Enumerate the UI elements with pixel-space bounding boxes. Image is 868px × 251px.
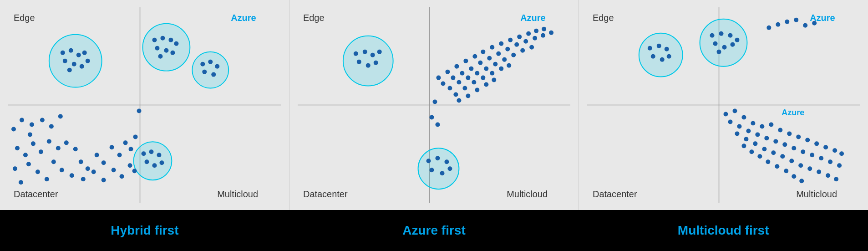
svg-point-39 — [26, 162, 31, 166]
svg-point-157 — [728, 33, 732, 38]
svg-point-211 — [766, 159, 770, 164]
svg-point-204 — [807, 166, 812, 171]
svg-point-33 — [152, 163, 157, 168]
svg-point-91 — [440, 171, 444, 175]
svg-point-115 — [496, 51, 501, 56]
svg-point-141 — [475, 88, 479, 92]
svg-point-152 — [660, 57, 665, 62]
svg-point-56 — [123, 140, 128, 145]
svg-point-35 — [15, 146, 20, 150]
svg-point-199 — [762, 147, 766, 151]
svg-point-93 — [433, 100, 437, 104]
svg-point-95 — [435, 122, 440, 127]
svg-point-66 — [132, 169, 137, 173]
svg-point-116 — [505, 47, 510, 51]
hybrid-first-diagram: Edge Azure Datacenter Multicloud — [0, 0, 289, 210]
svg-point-181 — [832, 148, 837, 153]
svg-point-25 — [215, 64, 219, 69]
svg-point-202 — [789, 159, 794, 163]
svg-point-71 — [30, 122, 34, 127]
svg-point-100 — [472, 54, 477, 59]
hybrid-first-svg: Edge Azure Datacenter Multicloud — [8, 5, 281, 205]
edge-label: Edge — [593, 13, 614, 23]
svg-point-134 — [472, 80, 476, 85]
svg-point-164 — [776, 22, 780, 27]
svg-point-142 — [484, 82, 488, 87]
svg-point-143 — [492, 78, 496, 82]
azure-label: Azure — [520, 13, 545, 23]
svg-point-156 — [719, 31, 724, 36]
svg-point-12 — [67, 68, 72, 72]
svg-point-119 — [533, 36, 537, 41]
svg-point-23 — [200, 62, 205, 67]
svg-point-11 — [86, 59, 90, 63]
svg-point-166 — [794, 18, 798, 22]
azure-first-svg: Edge Azure Datacenter Multicloud — [298, 5, 570, 205]
svg-point-188 — [773, 139, 778, 143]
svg-point-54 — [110, 145, 114, 149]
azure-first-label: Azure first — [289, 223, 579, 238]
svg-point-187 — [764, 136, 769, 140]
svg-point-129 — [511, 53, 516, 57]
svg-point-139 — [457, 98, 461, 103]
svg-point-16 — [168, 38, 173, 42]
svg-point-17 — [174, 41, 178, 46]
azure-bottom-label: Azure — [782, 108, 804, 117]
svg-point-30 — [149, 149, 153, 154]
svg-point-62 — [102, 178, 106, 182]
svg-point-147 — [639, 33, 683, 77]
svg-point-53 — [102, 160, 106, 165]
svg-point-114 — [487, 56, 492, 61]
edge-label: Edge — [14, 13, 35, 23]
svg-point-10 — [80, 64, 84, 69]
azure-first-diagram: Edge Azure Datacenter Multicloud — [289, 0, 579, 210]
svg-point-24 — [208, 60, 213, 64]
svg-point-52 — [95, 153, 99, 157]
svg-point-210 — [757, 154, 762, 159]
svg-point-109 — [441, 82, 445, 86]
svg-point-151 — [651, 54, 655, 59]
svg-point-90 — [430, 168, 434, 172]
svg-point-74 — [58, 114, 63, 118]
svg-point-176 — [787, 131, 792, 136]
svg-point-154 — [700, 19, 747, 67]
svg-point-193 — [819, 156, 823, 160]
svg-point-163 — [766, 26, 771, 30]
svg-point-9 — [72, 62, 76, 67]
svg-point-78 — [343, 36, 393, 86]
svg-point-43 — [45, 177, 49, 181]
svg-point-18 — [155, 46, 159, 51]
svg-point-203 — [798, 163, 803, 168]
svg-point-19 — [164, 48, 168, 53]
datacenter-label: Datacenter — [14, 189, 58, 199]
svg-point-72 — [40, 118, 45, 122]
svg-point-85 — [374, 61, 378, 65]
svg-point-28 — [134, 142, 172, 180]
svg-point-194 — [828, 159, 832, 164]
multicloud-label: Multicloud — [796, 189, 837, 199]
svg-point-38 — [39, 149, 43, 154]
svg-point-89 — [444, 159, 449, 164]
svg-point-213 — [784, 169, 788, 173]
svg-point-51 — [86, 166, 90, 171]
svg-point-40 — [47, 139, 51, 143]
svg-point-80 — [363, 50, 367, 54]
svg-point-94 — [430, 115, 434, 119]
svg-point-127 — [493, 62, 497, 67]
svg-point-123 — [457, 80, 461, 85]
svg-point-201 — [780, 154, 785, 159]
svg-point-189 — [782, 142, 787, 147]
svg-point-63 — [112, 168, 116, 172]
svg-point-99 — [463, 59, 468, 63]
svg-point-177 — [796, 134, 801, 139]
svg-point-168 — [812, 21, 817, 26]
svg-point-65 — [128, 163, 132, 168]
svg-point-117 — [514, 42, 519, 47]
svg-point-179 — [814, 141, 819, 146]
svg-point-96 — [436, 76, 441, 80]
svg-point-120 — [541, 33, 545, 38]
svg-point-130 — [520, 48, 525, 53]
svg-point-182 — [839, 151, 844, 156]
svg-point-97 — [445, 70, 450, 74]
svg-point-175 — [778, 128, 782, 132]
